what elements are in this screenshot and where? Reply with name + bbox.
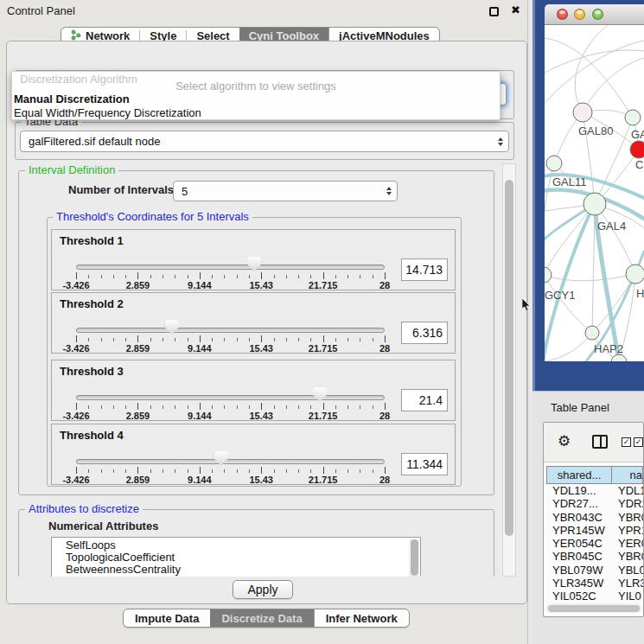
network-node[interactable] (546, 156, 562, 171)
slider-tick (212, 338, 213, 341)
table-row[interactable]: YLR345WYLR3 (546, 577, 643, 590)
attribute-list-item[interactable]: BetweennessCentrality (52, 564, 420, 576)
table-cell[interactable]: YBR0 (612, 511, 643, 524)
network-node[interactable] (585, 326, 599, 340)
slider-tick (163, 469, 163, 473)
app-root: Control Panel ✖ Network Style Select Cyn… (0, 0, 644, 644)
menu-item-equal-width-frequency[interactable]: Equal Width/Frequency Discretization (14, 106, 201, 119)
scrollbar-thumb[interactable] (548, 605, 640, 612)
slider-ticks (76, 467, 385, 475)
threshold-value-field[interactable]: 21.4 (401, 389, 448, 411)
slider-tick (249, 275, 250, 278)
threshold-slider-track[interactable] (76, 395, 385, 400)
table-cell[interactable]: YPR1 (612, 524, 643, 537)
table-cell[interactable]: YIL0 (612, 590, 643, 603)
gear-icon[interactable]: ⚙ (558, 434, 571, 450)
table-horizontal-scrollbar[interactable] (546, 603, 641, 613)
network-node[interactable] (611, 354, 627, 361)
slider-tick (237, 405, 238, 409)
minimize-traffic-light-icon[interactable] (574, 9, 585, 20)
table-cell[interactable]: YBR043C (546, 511, 612, 524)
threshold-value-field[interactable]: 14.713 (401, 258, 448, 281)
table-cell[interactable]: YER0 (612, 537, 643, 550)
number-of-intervals-combobox[interactable]: 5 (173, 181, 398, 201)
slider-tick (249, 338, 250, 341)
slider-tick (137, 335, 138, 342)
table-cell[interactable]: YLR345W (546, 577, 612, 590)
apply-button[interactable]: Apply (233, 580, 293, 599)
network-node[interactable] (545, 267, 552, 283)
close-traffic-light-icon[interactable] (557, 9, 568, 20)
slider-ticks (76, 272, 385, 280)
tab-infer-network[interactable]: Infer Network (314, 609, 409, 627)
slider-tick (249, 405, 250, 409)
zoom-traffic-light-icon[interactable] (592, 9, 603, 20)
table-row[interactable]: YBR043CYBR0 (546, 511, 643, 524)
table-rows: YDL19...YDL1YDR27...YDR2YBR043CYBR0YPR14… (546, 484, 643, 603)
slider-tick (200, 272, 201, 279)
table-row[interactable]: YIL052CYIL0 (546, 590, 643, 603)
table-cell[interactable]: YPR145W (546, 524, 612, 537)
network-node-label: GA (631, 128, 644, 141)
settings-scrollbar[interactable] (502, 163, 516, 577)
threshold-slider-track[interactable] (76, 459, 385, 464)
table-cell[interactable]: YDL1 (612, 484, 643, 497)
table-row[interactable]: YDR27...YDR2 (546, 497, 643, 510)
numerical-attributes-list[interactable]: SelfLoopsTopologicalCoefficientBetweenne… (51, 537, 421, 577)
threshold-value-field[interactable]: 6.316 (401, 322, 448, 344)
attribute-list-item[interactable]: SelfLoops (52, 539, 420, 552)
slider-scale-label: 28 (379, 411, 390, 421)
slider-tick (261, 467, 262, 474)
table-cell[interactable]: YLR3 (612, 577, 643, 590)
table-cell[interactable]: YDR2 (612, 497, 643, 510)
network-canvas[interactable]: GAL80GACGAL11GAL4GCY1HHAP2 (545, 25, 644, 361)
table-cell[interactable]: YBR0 (612, 550, 643, 563)
list-scrollbar[interactable] (409, 539, 419, 577)
checkbox-icon[interactable]: ✓ (634, 437, 643, 447)
slider-tick (348, 405, 348, 409)
control-panel-window: Control Panel ✖ Network Style Select Cyn… (0, 0, 528, 644)
checkbox-icon[interactable]: ✓ (622, 437, 631, 447)
slider-scale-label: 15.43 (249, 280, 273, 290)
column-header-shared[interactable]: shared... (546, 466, 612, 484)
column-header-name[interactable]: na (612, 466, 643, 484)
attribute-list-item[interactable]: TopologicalCoefficient (52, 552, 420, 564)
close-icon[interactable]: ✖ (511, 3, 520, 16)
table-cell[interactable]: YDL19... (546, 484, 612, 497)
table-cell[interactable]: YBL0 (612, 564, 643, 577)
menu-item-manual-discretization[interactable]: Manual Discretization (14, 92, 130, 105)
columns-icon[interactable] (592, 435, 608, 449)
slider-tick (323, 335, 324, 342)
network-node[interactable] (583, 193, 606, 215)
network-node[interactable] (626, 265, 644, 284)
slider-ticks (76, 335, 385, 343)
table-row[interactable]: YER054CYER0 (546, 537, 643, 550)
table-row[interactable]: YPR145WYPR1 (546, 524, 643, 537)
slider-tick (360, 338, 360, 341)
threshold-label: Threshold 3 (60, 365, 124, 378)
table-data-combobox[interactable]: galFiltered.sif default node (20, 131, 509, 152)
network-node[interactable] (573, 103, 592, 122)
table-row[interactable]: YBL079WYBL0 (546, 564, 643, 577)
table-cell[interactable]: YIL052C (546, 590, 612, 603)
table-cell[interactable]: YDR27... (546, 497, 612, 510)
table-row[interactable]: YDL19...YDL1 (546, 484, 643, 497)
table-row[interactable]: YBR045CYBR0 (546, 550, 643, 563)
table-cell[interactable]: YBR045C (546, 550, 612, 563)
threshold-value-field[interactable]: 11.344 (401, 453, 448, 475)
threshold-slider-track[interactable] (76, 265, 385, 270)
float-window-icon[interactable] (489, 7, 499, 16)
tab-impute-data[interactable]: Impute Data (124, 609, 210, 627)
slider-tick (348, 275, 348, 278)
slider-tick (298, 338, 299, 341)
table-cell[interactable]: YER054C (546, 537, 612, 550)
scrollbar-thumb[interactable] (505, 180, 513, 536)
tab-discretize-data[interactable]: Discretize Data (210, 609, 313, 627)
panel-title: Control Panel (7, 4, 75, 17)
slider-tick (373, 338, 373, 341)
network-node[interactable] (625, 110, 641, 125)
slider-tick (88, 275, 89, 278)
network-node[interactable] (630, 141, 644, 158)
table-cell[interactable]: YBL079W (546, 564, 612, 577)
threshold-slider-track[interactable] (76, 328, 385, 333)
